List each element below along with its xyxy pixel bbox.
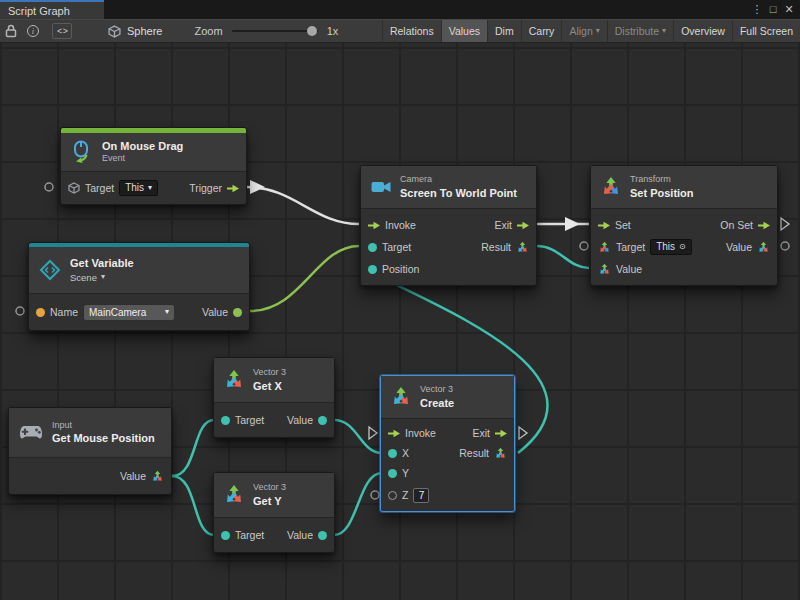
- vector3-icon: [223, 484, 245, 506]
- code-preview-toggle[interactable]: < >: [52, 23, 72, 39]
- value-port-icon[interactable]: [388, 491, 397, 500]
- port-marker: [369, 427, 377, 439]
- dropdown-arrow-icon: ▾: [165, 308, 169, 316]
- mouse-drag-icon: [70, 140, 94, 164]
- z-value-input[interactable]: 7: [413, 488, 429, 503]
- maximize-icon[interactable]: □: [765, 0, 781, 19]
- flow-port-icon[interactable]: [227, 184, 239, 193]
- carry-button[interactable]: Carry: [521, 20, 562, 42]
- value-port-icon[interactable]: [318, 531, 327, 540]
- chevron-down-icon: ▾: [596, 27, 600, 35]
- graph-target[interactable]: Sphere: [108, 25, 162, 38]
- flow-port-icon[interactable]: [517, 221, 529, 230]
- port-label-value-out: Value: [726, 241, 752, 253]
- kebab-menu-icon[interactable]: ⋮: [749, 0, 765, 19]
- port-label-result: Result: [459, 447, 489, 459]
- vector3-port-icon[interactable]: [516, 241, 529, 254]
- vector3-port-icon[interactable]: [494, 447, 507, 460]
- values-button[interactable]: Values: [441, 20, 487, 42]
- zoom-slider-track: [232, 30, 318, 32]
- gameobject-port-icon[interactable]: [68, 182, 80, 194]
- vector3-port-icon[interactable]: [151, 470, 164, 483]
- value-port-icon[interactable]: [388, 449, 397, 458]
- flow-port-icon[interactable]: [388, 429, 400, 438]
- zoom-slider[interactable]: [232, 25, 318, 37]
- port-label-set: Set: [615, 219, 631, 231]
- close-icon[interactable]: ✕: [781, 0, 797, 19]
- node-get-x[interactable]: Vector 3 Get X Target Value: [213, 357, 335, 438]
- node-title: Get X: [253, 380, 286, 392]
- target-name-label: Sphere: [127, 25, 162, 37]
- port-label-exit: Exit: [472, 427, 490, 439]
- port-marker: [580, 242, 588, 250]
- tab-bar: Script Graph ⋮ □ ✕: [0, 0, 800, 19]
- port-label-y: Y: [402, 467, 409, 479]
- variable-name-dropdown[interactable]: MainCamera ▾: [83, 304, 175, 321]
- node-set-position[interactable]: Transform Set Position Set On Set: [590, 165, 778, 286]
- variable-icon: [38, 258, 62, 282]
- node-get-variable[interactable]: Get Variable Scene ▾ Name MainCamera ▾: [28, 242, 250, 331]
- node-get-mouse-position[interactable]: Input Get Mouse Position Value: [8, 407, 172, 495]
- port-label-target: Target: [616, 241, 645, 253]
- port-label-name: Name: [50, 306, 78, 318]
- node-title: Get Y: [253, 495, 286, 507]
- distribute-dropdown[interactable]: Distribute▾: [607, 20, 673, 42]
- node-get-y[interactable]: Vector 3 Get Y Target Value: [213, 472, 335, 553]
- node-screen-to-world-point[interactable]: Camera Screen To World Point Invoke Exit: [360, 165, 537, 286]
- port-label-target: Target: [382, 241, 411, 253]
- port-label-on-set: On Set: [720, 219, 753, 231]
- object-port-icon[interactable]: [233, 308, 242, 317]
- tab-title: Script Graph: [8, 5, 70, 17]
- port-label-value: Value: [287, 414, 313, 426]
- port-marker: [519, 427, 527, 439]
- port-label-invoke: Invoke: [405, 427, 436, 439]
- vector3-port-icon[interactable]: [598, 263, 611, 276]
- tab-script-graph[interactable]: Script Graph: [0, 0, 104, 19]
- value-port-icon[interactable]: [318, 416, 327, 425]
- node-category: Vector 3: [420, 385, 454, 395]
- node-title: Set Position: [630, 187, 694, 199]
- flow-port-icon[interactable]: [598, 221, 610, 230]
- port-label-result: Result: [481, 241, 511, 253]
- vector3-icon: [390, 386, 412, 408]
- script-graph-window: Script Graph ⋮ □ ✕ i < > Sphere Zo: [0, 0, 800, 600]
- port-label-target: Target: [235, 414, 264, 426]
- node-title: On Mouse Drag: [102, 140, 183, 152]
- value-port-icon[interactable]: [221, 531, 230, 540]
- full-screen-button[interactable]: Full Screen: [732, 20, 800, 42]
- camera-icon: [370, 176, 392, 198]
- window-controls: ⋮ □ ✕: [749, 0, 800, 19]
- value-port-icon[interactable]: [221, 416, 230, 425]
- variable-scope-dropdown[interactable]: Scene ▾: [70, 272, 134, 283]
- zoom-group: Zoom 1x: [195, 25, 339, 37]
- graph-toolbar: i < > Sphere Zoom 1x Relations Values Di…: [0, 19, 800, 43]
- target-this-dropdown[interactable]: This ▾: [119, 180, 158, 196]
- zoom-slider-knob[interactable]: [307, 26, 317, 36]
- transform-icon: [600, 176, 622, 198]
- node-on-mouse-drag[interactable]: On Mouse Drag Event Target This ▾: [60, 127, 247, 205]
- dim-button[interactable]: Dim: [487, 20, 521, 42]
- overview-button[interactable]: Overview: [673, 20, 732, 42]
- gameobject-icon: [108, 25, 121, 38]
- relations-button[interactable]: Relations: [382, 20, 441, 42]
- node-vector3-create[interactable]: Vector 3 Create Invoke Exit: [380, 375, 515, 512]
- vector3-port-icon[interactable]: [757, 241, 770, 254]
- align-dropdown[interactable]: Align▾: [561, 20, 606, 42]
- target-this-dropdown[interactable]: This ⊙: [650, 239, 692, 255]
- node-category: Transform: [630, 175, 694, 185]
- flow-port-icon[interactable]: [368, 221, 380, 230]
- info-icon[interactable]: i: [22, 19, 44, 43]
- transform-port-icon[interactable]: [598, 241, 611, 254]
- graph-canvas[interactable]: On Mouse Drag Event Target This ▾: [0, 43, 800, 600]
- value-port-icon[interactable]: [388, 469, 397, 478]
- wire-gety-to-y: [334, 473, 382, 535]
- self-target-icon: ⊙: [679, 243, 686, 251]
- value-port-icon[interactable]: [368, 243, 377, 252]
- lock-icon[interactable]: [0, 19, 22, 43]
- flow-port-icon[interactable]: [758, 221, 770, 230]
- flow-port-icon[interactable]: [495, 429, 507, 438]
- string-port-icon[interactable]: [36, 308, 45, 317]
- node-title: Get Mouse Position: [52, 432, 155, 444]
- value-port-icon[interactable]: [368, 265, 377, 274]
- port-marker: [45, 183, 53, 191]
